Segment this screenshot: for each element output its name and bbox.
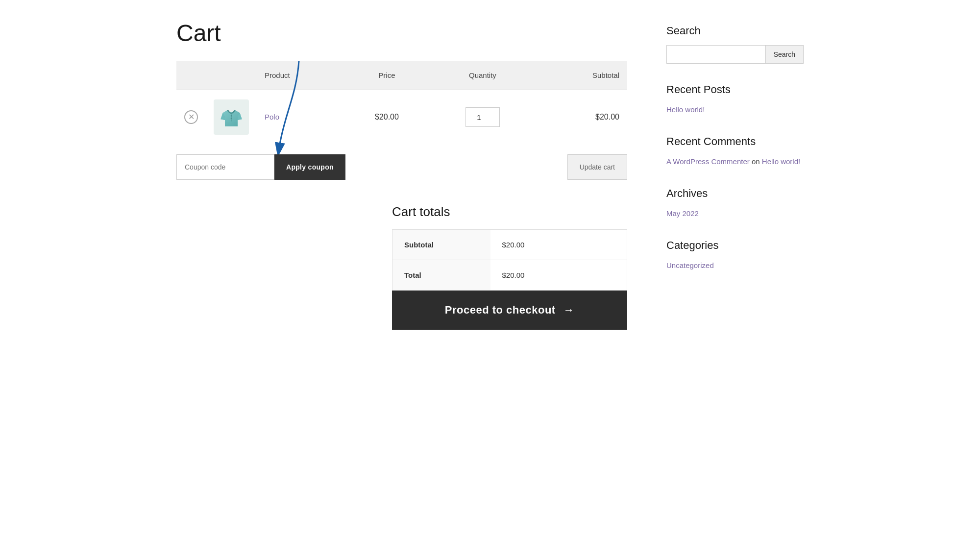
quantity-input[interactable] <box>466 107 500 127</box>
col-price-header: Price <box>344 61 429 90</box>
totals-table: Subtotal $20.00 Total $20.00 <box>392 229 627 291</box>
table-row: ✕ <box>176 90 627 145</box>
product-name-cell: Polo <box>257 90 344 145</box>
sidebar-comment-on: on <box>752 157 762 166</box>
product-link[interactable]: Polo <box>265 113 279 121</box>
sidebar-recent-post-link[interactable]: Hello world! <box>666 104 804 116</box>
checkout-label: Proceed to checkout <box>445 304 556 317</box>
coupon-left: Apply coupon <box>176 154 345 180</box>
sidebar-recent-posts-section: Recent Posts Hello world! <box>666 83 804 116</box>
search-button[interactable]: Search <box>766 45 804 64</box>
col-image-header <box>206 61 257 90</box>
checkout-arrow-icon: → <box>564 304 575 317</box>
totals-subtotal-row: Subtotal $20.00 <box>392 230 627 260</box>
remove-cell: ✕ <box>176 90 206 145</box>
coupon-input[interactable] <box>176 154 274 180</box>
sidebar-search-section: Search Search <box>666 24 804 64</box>
sidebar-search-title: Search <box>666 24 804 37</box>
subtotal-label: Subtotal <box>392 230 490 260</box>
page-title: Cart <box>176 20 627 47</box>
sidebar-comment-text: A WordPress Commenter on Hello world! <box>666 156 804 168</box>
product-price-cell: $20.00 <box>344 90 429 145</box>
search-row: Search <box>666 45 804 64</box>
remove-item-button[interactable]: ✕ <box>184 110 198 124</box>
totals-total-row: Total $20.00 <box>392 260 627 291</box>
sidebar-archives-section: Archives May 2022 <box>666 187 804 219</box>
main-content: Cart Product Price Quantity <box>176 20 627 330</box>
search-input[interactable] <box>666 45 766 64</box>
product-quantity-cell <box>429 90 536 145</box>
svg-point-2 <box>231 115 232 117</box>
cart-totals: Cart totals Subtotal $20.00 Total $20.00… <box>392 204 627 330</box>
sidebar-commenter-link[interactable]: A WordPress Commenter <box>666 157 750 166</box>
sidebar-archives-title: Archives <box>666 187 804 200</box>
update-cart-button[interactable]: Update cart <box>567 154 627 180</box>
total-label: Total <box>392 260 490 291</box>
total-value: $20.00 <box>490 260 627 291</box>
coupon-row: Apply coupon Update cart <box>176 154 627 180</box>
col-product-header: Product <box>257 61 344 90</box>
sidebar-archive-link[interactable]: May 2022 <box>666 208 804 219</box>
sidebar-category-link[interactable]: Uncategorized <box>666 260 804 271</box>
subtotal-value: $20.00 <box>490 230 627 260</box>
apply-coupon-button[interactable]: Apply coupon <box>274 154 345 180</box>
svg-point-3 <box>231 118 232 119</box>
col-remove-header <box>176 61 206 90</box>
sidebar-recent-comments-section: Recent Comments A WordPress Commenter on… <box>666 135 804 168</box>
cart-table: Product Price Quantity Subtotal ✕ <box>176 61 627 145</box>
product-image-cell <box>206 90 257 145</box>
product-thumbnail <box>214 99 249 135</box>
sidebar: Search Search Recent Posts Hello world! … <box>666 20 804 330</box>
sidebar-recent-comments-title: Recent Comments <box>666 135 804 148</box>
sidebar-recent-posts-title: Recent Posts <box>666 83 804 96</box>
sidebar-comment-post-link[interactable]: Hello world! <box>762 157 800 166</box>
sidebar-categories-section: Categories Uncategorized <box>666 239 804 271</box>
sidebar-categories-title: Categories <box>666 239 804 252</box>
col-quantity-header: Quantity <box>429 61 536 90</box>
checkout-button[interactable]: Proceed to checkout → <box>392 291 627 330</box>
cart-table-header: Product Price Quantity Subtotal <box>176 61 627 90</box>
polo-shirt-icon <box>219 104 244 130</box>
product-subtotal-cell: $20.00 <box>536 90 627 145</box>
cart-totals-title: Cart totals <box>392 204 627 219</box>
col-subtotal-header: Subtotal <box>536 61 627 90</box>
